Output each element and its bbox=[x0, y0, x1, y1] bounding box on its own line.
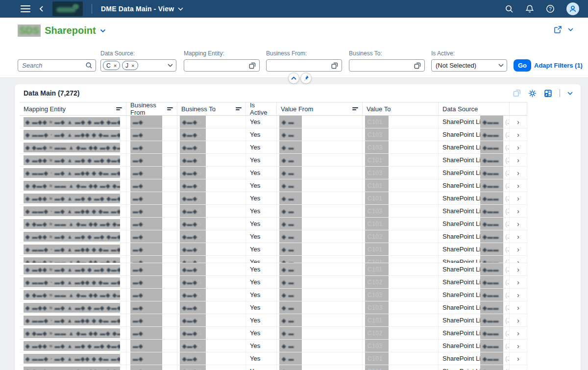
table-row[interactable]: ◆ ▬◆◆ ≈ ▬◆ ▲ ▬◆ ◆ ▬◆ ◆▬◆ ▬◆▬ ▬◆ STARS◆▬◆… bbox=[20, 263, 527, 276]
table-row[interactable]: ◆ ◆▬◆ ≈ ▬▬ ▲ ◆▬ ◆◆ ▬◆ ◆▬ ▬◆◆ ▬◆ STARS◆▬◆… bbox=[20, 218, 527, 230]
table-row[interactable]: ◆ ▬▬◆ ∙ ▬◆ ▲ ▬◆◆ ◆ ◆▬ ▬◆◆ ▬▬ ▬◆ STARS◆▬◆… bbox=[20, 167, 527, 179]
row-navigation-chevron-icon[interactable]: › bbox=[517, 118, 519, 126]
data-source-suffix: (J) bbox=[505, 154, 510, 166]
row-navigation-chevron-icon[interactable]: › bbox=[517, 232, 519, 241]
column-header-value-from[interactable]: Value From bbox=[277, 102, 363, 115]
data-source-text: SharePoint List bbox=[442, 291, 486, 298]
mapping-entity-filter[interactable] bbox=[184, 59, 260, 72]
cell-value-from: ◆ ▬ bbox=[277, 276, 363, 288]
value-help-icon[interactable] bbox=[414, 62, 421, 69]
user-avatar[interactable] bbox=[566, 2, 579, 15]
pin-filter-bar-button[interactable] bbox=[300, 73, 312, 84]
redacted-value-to: C103 bbox=[365, 128, 389, 141]
collapse-filter-bar-button[interactable] bbox=[288, 73, 299, 84]
cell-navigation: › bbox=[510, 141, 527, 153]
adapt-filters-link[interactable]: Adapt Filters (1) bbox=[534, 62, 583, 69]
value-help-icon[interactable] bbox=[249, 62, 256, 69]
chevron-down-icon[interactable] bbox=[168, 64, 173, 67]
business-from-filter[interactable] bbox=[266, 59, 342, 72]
table-row[interactable]: ◆ ▬◆◆ ≈ ▬◆ ▲ ▬◆ ◆ ▬◆ ◆▬◆ ▬◆▬ ▬◆ STARS◆▬◆… bbox=[20, 301, 527, 314]
copy-icon[interactable] bbox=[513, 89, 521, 97]
table-row[interactable]: ◆ ◆▬◆ ≈ ▬▬ ▲ ◆▬ ◆◆ ▬◆ ◆▬ ▬◆◆ ▬◆ STARS◆▬◆… bbox=[20, 365, 527, 370]
business-to-filter[interactable] bbox=[349, 59, 425, 72]
table-row[interactable]: ◆ ▬◆◆ ≈ ▬◆ ▲ ▬◆ ◆ ▬◆ ◆▬◆ ▬◆▬ ▬◆ STARS◆▬◆… bbox=[20, 230, 527, 243]
chevron-down-icon[interactable] bbox=[498, 64, 504, 67]
value-help-icon[interactable] bbox=[331, 62, 338, 69]
cell-business-from: ▬◆ bbox=[126, 256, 177, 263]
column-header-data-source[interactable]: Data Source bbox=[439, 102, 510, 115]
data-source-filter[interactable]: C× J× bbox=[100, 59, 176, 72]
cell-business-to: STARS◆▬◆ bbox=[177, 128, 246, 141]
is-active-filter[interactable]: (Not Selected) bbox=[431, 59, 507, 72]
search-field-icon[interactable] bbox=[85, 62, 93, 69]
table-row[interactable]: ◆ ▬▬◆ ∙ ▬◆ ▲ ▬◆◆ ◆ ◆▬ ▬◆◆ ▬▬ ▬◆ STARS◆▬◆… bbox=[20, 314, 527, 327]
column-header-is-active[interactable]: Is Active bbox=[246, 102, 277, 115]
data-source-text: SharePoint List bbox=[442, 131, 486, 138]
table-row[interactable]: ◆ ▬▬◆ ∙ ▬◆ ▲ ▬◆◆ ◆ ◆▬ ▬◆◆ ▬▬ ▬◆ STARS◆▬◆… bbox=[20, 128, 527, 141]
row-navigation-chevron-icon[interactable]: › bbox=[517, 303, 519, 312]
table-row[interactable]: ◆ ◆▬◆ ≈ ▬▬ ▲ ◆▬ ◆◆ ▬◆ ◆▬ ▬◆◆ ▬◆ STARS◆▬◆… bbox=[20, 141, 527, 154]
data-source-token[interactable]: C× bbox=[103, 61, 120, 70]
row-navigation-chevron-icon[interactable]: › bbox=[517, 207, 519, 215]
variant-chevron-down-icon[interactable] bbox=[100, 29, 106, 33]
help-icon[interactable]: ? bbox=[546, 4, 555, 13]
redacted-value-to: C102 bbox=[365, 230, 389, 243]
table-row[interactable]: ◆ ▬▬◆ ∙ ▬◆ ▲ ▬◆◆ ◆ ◆▬ ▬◆◆ ▬▬ ▬◆ STARS◆▬◆… bbox=[20, 205, 527, 218]
row-navigation-chevron-icon[interactable]: › bbox=[517, 278, 519, 286]
menu-icon[interactable] bbox=[21, 5, 30, 12]
column-header-business-to[interactable]: Business To bbox=[177, 102, 246, 115]
chevron-down-icon[interactable] bbox=[567, 92, 573, 95]
cell-business-from: ▬◆ bbox=[126, 192, 177, 204]
row-navigation-chevron-icon[interactable]: › bbox=[517, 265, 519, 273]
table-row[interactable]: ◆ ◆▬◆ ≈ ▬▬ ▲ ◆▬ ◆◆ ▬◆ ◆▬ ▬◆◆ ▬◆ STARS◆▬◆… bbox=[20, 327, 527, 340]
row-navigation-chevron-icon[interactable]: › bbox=[517, 143, 519, 151]
table-row[interactable]: ◆ ▬◆◆ ≈ ▬◆ ▲ ▬◆ ◆ ▬◆ ◆▬◆ ▬◆▬ ▬◆ STARS◆▬◆… bbox=[20, 340, 527, 352]
data-source-token[interactable]: J× bbox=[122, 61, 138, 70]
row-navigation-chevron-icon[interactable]: › bbox=[517, 354, 519, 363]
row-navigation-chevron-icon[interactable]: › bbox=[517, 245, 519, 253]
table-row[interactable]: ◆ ◆▬◆ ≈ ▬▬ ▲ ◆▬ ◆◆ ▬◆ ◆▬ ▬◆◆ ▬◆ STARS◆▬◆… bbox=[20, 179, 527, 192]
table-row[interactable]: ◆ ▬◆◆ ≈ ▬◆ ▲ ▬◆ ◆ ▬◆ ◆▬◆ ▬◆▬ ▬◆ STARS◆▬◆… bbox=[20, 154, 527, 167]
share-icon[interactable] bbox=[554, 25, 562, 34]
token-remove-icon[interactable]: × bbox=[131, 63, 134, 69]
redacted-mapping-entity: ◆ ▬▬◆ ∙ ▬◆ ▲ ▬◆◆ ◆ ◆▬ ▬◆◆ ▬▬ bbox=[24, 245, 120, 254]
app-title-menu[interactable]: DME Data Main - View bbox=[101, 5, 183, 13]
back-icon[interactable] bbox=[39, 5, 44, 12]
redacted-value-from: ◆ ▬ bbox=[279, 365, 302, 370]
cell-value-to: C101 bbox=[363, 243, 439, 255]
cell-business-from: ▬◆ bbox=[126, 263, 177, 275]
row-navigation-chevron-icon[interactable]: › bbox=[517, 367, 519, 370]
go-button[interactable]: Go bbox=[514, 59, 531, 72]
settings-gear-icon[interactable] bbox=[528, 89, 537, 98]
row-navigation-chevron-icon[interactable]: › bbox=[517, 181, 519, 190]
column-header-mapping-entity[interactable]: Mapping Entity bbox=[20, 102, 126, 115]
search-input[interactable]: Search bbox=[18, 59, 96, 72]
row-navigation-chevron-icon[interactable]: › bbox=[517, 291, 519, 299]
data-source-suffix: (J) bbox=[505, 167, 510, 179]
header-chevron-down-icon[interactable] bbox=[568, 28, 573, 31]
row-navigation-chevron-icon[interactable]: › bbox=[517, 220, 519, 228]
column-header-business-from[interactable]: Business From bbox=[126, 102, 177, 115]
table-row[interactable]: ◆ ▬▬◆ ∙ ▬◆ ▲ ▬◆◆ ◆ ◆▬ ▬◆◆ ▬▬ ▬◆ STARS◆▬◆… bbox=[20, 352, 527, 365]
table-row[interactable]: ◆ ▬◆◆ ≈ ▬◆ ▲ ▬◆ ◆ ▬◆ ◆▬◆ ▬◆▬ ▬◆ STARS◆▬◆… bbox=[20, 192, 527, 205]
row-navigation-chevron-icon[interactable]: › bbox=[517, 329, 519, 337]
table-row[interactable]: ◆ ▬▬◆ ∙ ▬◆ ▲ ▬◆◆ ◆ ◆▬ ▬◆◆ ▬▬ ▬◆ STARS◆▬◆… bbox=[20, 276, 527, 289]
row-navigation-chevron-icon[interactable]: › bbox=[517, 130, 519, 139]
column-header-value-to[interactable]: Value To bbox=[363, 102, 439, 115]
table-row[interactable]: ◆ ◆▬◆ ≈ ▬▬ ▲ ◆▬ ◆◆ ▬◆ ◆▬ ▬◆◆ ▬◆ STARS◆▬◆… bbox=[20, 289, 527, 301]
table-row[interactable]: ◆ ◆▬◆ ≈ ▬▬ ▲ ◆▬ ◆◆ ▬◆ ◆▬ ▬◆◆ ▬◆ STARS◆▬◆… bbox=[20, 256, 527, 263]
token-remove-icon[interactable]: × bbox=[114, 63, 117, 69]
cell-navigation: › bbox=[510, 116, 527, 128]
row-navigation-chevron-icon[interactable]: › bbox=[517, 169, 519, 177]
row-navigation-chevron-icon[interactable]: › bbox=[517, 258, 519, 263]
table-row[interactable]: ◆ ▬◆◆ ≈ ▬◆ ▲ ▬◆ ◆ ▬◆ ◆▬◆ ▬◆▬ ▬◆ STARS◆▬◆… bbox=[20, 116, 527, 128]
row-navigation-chevron-icon[interactable]: › bbox=[517, 342, 519, 350]
bell-icon[interactable] bbox=[525, 4, 534, 13]
redacted-value-to: C101 bbox=[365, 192, 389, 204]
row-navigation-chevron-icon[interactable]: › bbox=[517, 156, 519, 164]
row-navigation-chevron-icon[interactable]: › bbox=[517, 194, 519, 202]
search-icon[interactable] bbox=[505, 4, 514, 13]
export-spreadsheet-icon[interactable] bbox=[544, 89, 552, 98]
row-navigation-chevron-icon[interactable]: › bbox=[517, 316, 519, 324]
table-row[interactable]: ◆ ▬▬◆ ∙ ▬◆ ▲ ▬◆◆ ◆ ◆▬ ▬◆◆ ▬▬ ▬◆ STARS◆▬◆… bbox=[20, 243, 527, 256]
